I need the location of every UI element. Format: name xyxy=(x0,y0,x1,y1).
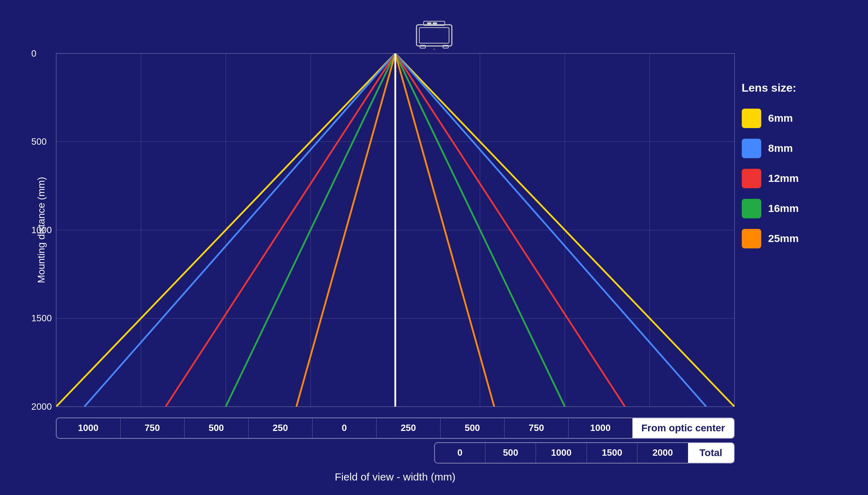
legend-item-16mm: 16mm xyxy=(742,199,834,218)
total-tick-2000: 2000 xyxy=(637,443,688,463)
y-tick-3: 1500 xyxy=(31,313,52,324)
svg-line-12 xyxy=(165,53,395,407)
svg-rect-1 xyxy=(419,28,449,43)
y-tick-2: 1000 xyxy=(31,224,52,235)
total-tick-1500: 1500 xyxy=(587,443,637,463)
grid-v-8 xyxy=(734,53,735,407)
main-container: Mounting distance (mm) 0 500 1000 1500 xyxy=(0,0,868,495)
legend-title: Lens size: xyxy=(742,81,834,94)
grid-h-4 xyxy=(56,407,734,407)
x-axis-label: Field of view - width (mm) xyxy=(56,471,735,483)
legend-label-16mm: 16mm xyxy=(768,202,799,214)
legend: Lens size: 6mm 8mm 12mm 16mm 25mm xyxy=(742,81,834,248)
svg-line-10 xyxy=(84,53,395,407)
y-tick-1: 500 xyxy=(31,136,47,147)
legend-label-6mm: 6mm xyxy=(768,112,793,124)
optic-tick-250-left: 250 xyxy=(249,418,313,438)
total-label: Total xyxy=(688,443,734,463)
camera-icon xyxy=(413,18,455,50)
chart-svg xyxy=(56,53,734,407)
optic-center-label: From optic center xyxy=(633,418,734,438)
optic-tick-500-right: 500 xyxy=(441,418,505,438)
optic-tick-0: 0 xyxy=(313,418,377,438)
svg-rect-4 xyxy=(433,22,437,24)
optic-tick-750-left: 750 xyxy=(121,418,185,438)
total-axis-bar: 0 500 1000 1500 2000 Total xyxy=(434,442,735,464)
chart-wrapper: Mounting distance (mm) 0 500 1000 1500 xyxy=(28,18,841,485)
optic-tick-1000-left: 1000 xyxy=(57,418,121,438)
optic-tick-1000-right: 1000 xyxy=(569,418,633,438)
optic-tick-250-right: 250 xyxy=(377,418,441,438)
svg-rect-3 xyxy=(427,22,431,24)
svg-line-9 xyxy=(395,53,734,407)
legend-item-6mm: 6mm xyxy=(742,109,834,128)
legend-label-25mm: 25mm xyxy=(768,232,799,244)
legend-label-12mm: 12mm xyxy=(768,172,799,184)
chart-area: 0 500 1000 1500 2000 xyxy=(56,53,735,407)
legend-label-8mm: 8mm xyxy=(768,142,793,154)
y-tick-4: 2000 xyxy=(31,401,52,412)
svg-line-11 xyxy=(395,53,706,407)
legend-item-12mm: 12mm xyxy=(742,169,834,188)
total-tick-0: 0 xyxy=(435,443,485,463)
legend-swatch-16mm xyxy=(742,199,761,218)
y-tick-0: 0 xyxy=(31,48,36,59)
legend-item-25mm: 25mm xyxy=(742,229,834,248)
total-tick-500: 500 xyxy=(485,443,536,463)
legend-swatch-25mm xyxy=(742,229,761,248)
svg-line-8 xyxy=(56,53,395,407)
legend-swatch-12mm xyxy=(742,169,761,188)
legend-swatch-8mm xyxy=(742,139,761,158)
optic-tick-750-right: 750 xyxy=(505,418,569,438)
svg-line-13 xyxy=(395,53,625,407)
legend-swatch-6mm xyxy=(742,109,761,128)
legend-item-8mm: 8mm xyxy=(742,139,834,158)
optic-tick-500-left: 500 xyxy=(185,418,249,438)
optic-center-axis-bar: 1000 750 500 250 0 250 500 750 1000 From… xyxy=(56,418,735,439)
total-tick-1000: 1000 xyxy=(536,443,587,463)
